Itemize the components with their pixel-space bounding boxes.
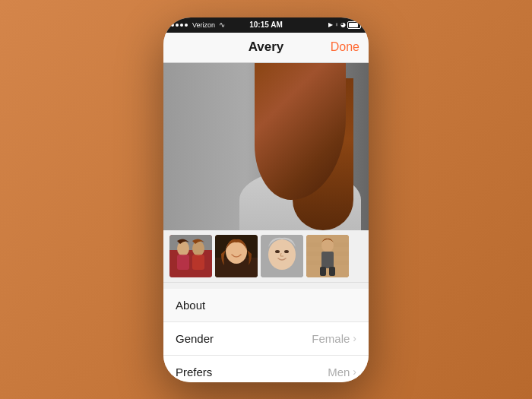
svg-rect-18 <box>321 252 334 268</box>
gender-value-container: Female › <box>312 332 356 345</box>
nav-bar: Avery Done <box>163 33 369 63</box>
wifi-icon: ∿ <box>219 21 225 29</box>
gender-label: Gender <box>176 332 214 345</box>
carrier-label: Verizon <box>192 21 215 29</box>
svg-rect-5 <box>192 255 204 270</box>
status-bar: Verizon ∿ 10:15 AM ▶ ♀ ◕ <box>163 17 369 33</box>
status-icons: ▶ ♀ ◕ <box>328 21 346 28</box>
svg-rect-1 <box>169 250 212 277</box>
status-time: 10:15 AM <box>249 21 283 29</box>
gender-row[interactable]: Gender Female › <box>163 322 369 356</box>
signal-dot-3 <box>180 24 183 27</box>
profile-info-list: About Gender Female › Prefers Men › <box>163 289 369 382</box>
thumbnail-strip <box>163 230 369 283</box>
prefers-value: Men <box>328 366 350 378</box>
nav-title: Avery <box>249 40 284 55</box>
about-label: About <box>176 299 205 312</box>
prefers-label: Prefers <box>176 366 212 378</box>
thumbnail-2[interactable] <box>215 235 258 277</box>
signal-bars <box>171 24 188 27</box>
status-bar-right: ▶ ♀ ◕ <box>328 21 361 29</box>
prefers-row[interactable]: Prefers Men › <box>163 356 369 382</box>
thumbnail-3[interactable] <box>261 235 303 277</box>
prefers-value-container: Men › <box>328 366 356 378</box>
svg-point-11 <box>275 250 280 253</box>
gps-icon: ♀ <box>334 21 339 28</box>
thumbnail-4[interactable] <box>306 235 349 277</box>
alarm-icon: ◕ <box>340 21 346 28</box>
thumbnail-1[interactable] <box>169 235 212 277</box>
profile-content: About Gender Female › Prefers Men › <box>163 63 369 382</box>
phone-frame: Verizon ∿ 10:15 AM ▶ ♀ ◕ Avery Done <box>163 17 369 382</box>
battery-fill <box>349 23 358 27</box>
battery-icon <box>347 21 361 29</box>
svg-point-2 <box>177 241 189 256</box>
status-bar-left: Verizon ∿ <box>171 21 225 29</box>
person-silhouette <box>163 63 369 230</box>
gender-chevron-icon: › <box>353 332 356 344</box>
svg-rect-3 <box>177 255 189 270</box>
signal-dot-2 <box>176 24 179 27</box>
gender-value: Female <box>312 332 350 345</box>
main-profile-photo[interactable] <box>163 63 369 230</box>
signal-dot-1 <box>171 24 174 27</box>
svg-point-12 <box>284 250 289 253</box>
signal-dot-4 <box>185 24 188 27</box>
done-button[interactable]: Done <box>331 40 359 54</box>
prefers-chevron-icon: › <box>353 366 356 378</box>
about-row[interactable]: About <box>163 289 369 322</box>
svg-point-10 <box>268 239 296 270</box>
svg-rect-20 <box>329 267 335 276</box>
location-icon: ▶ <box>328 21 333 28</box>
svg-point-4 <box>192 241 204 256</box>
svg-rect-19 <box>320 267 326 276</box>
